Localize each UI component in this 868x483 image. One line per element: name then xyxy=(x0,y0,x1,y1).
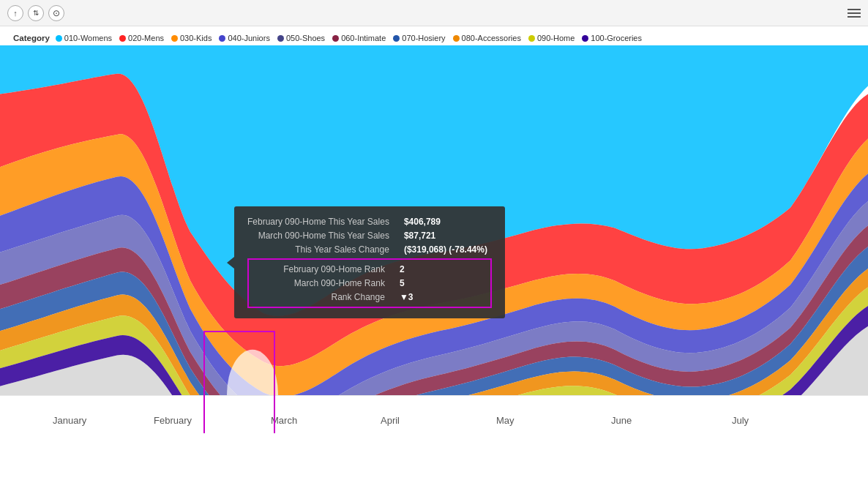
legend-item-1: 020-Mens xyxy=(119,34,164,42)
legend-item-label: 070-Hosiery xyxy=(402,34,445,42)
tooltip-row-2: March 090-Home This Year Sales $87,721 xyxy=(247,231,492,241)
tooltip-val-1: $406,789 xyxy=(404,217,492,227)
x-axis xyxy=(0,395,868,433)
swap-button[interactable]: ⇅ xyxy=(28,5,44,21)
legend-dot xyxy=(332,35,339,42)
legend-item-9: 100-Groceries xyxy=(582,34,642,42)
tooltip-row-4: February 090-Home Rank 2 xyxy=(252,264,487,274)
tooltip-val-3: ($319,068) (-78.44%) xyxy=(404,244,492,255)
tooltip-val-2: $87,721 xyxy=(404,231,492,241)
reset-button[interactable]: ⊙ xyxy=(48,5,64,21)
legend-dot xyxy=(453,35,460,42)
legend-item-3: 040-Juniors xyxy=(219,34,269,42)
legend-item-label: 100-Groceries xyxy=(591,34,642,42)
legend-item-label: 060-Intimate xyxy=(341,34,386,42)
tooltip-key-4: February 090-Home Rank xyxy=(252,264,385,274)
legend-dot xyxy=(219,35,225,42)
legend-item-6: 070-Hosiery xyxy=(393,34,445,42)
tooltip-key-2: March 090-Home This Year Sales xyxy=(247,231,389,241)
tooltip-val-4: 2 xyxy=(400,264,487,274)
legend-dot xyxy=(528,35,535,42)
tooltip-key-6: Rank Change xyxy=(252,292,385,302)
tooltip-row-3: This Year Sales Change ($319,068) (-78.4… xyxy=(247,244,492,255)
legend-item-label: 040-Juniors xyxy=(228,34,269,42)
x-label-may: May xyxy=(496,415,515,426)
legend-item-label: 050-Shoes xyxy=(286,34,325,42)
tooltip-row-1: February 090-Home This Year Sales $406,7… xyxy=(247,217,492,227)
legend-item-8: 090-Home xyxy=(528,34,575,42)
tooltip-key-1: February 090-Home This Year Sales xyxy=(247,217,389,227)
legend-item-label: 020-Mens xyxy=(128,34,164,42)
legend-dot xyxy=(393,35,400,42)
legend-item-5: 060-Intimate xyxy=(332,34,386,42)
toolbar-buttons: ↑ ⇅ ⊙ xyxy=(7,5,64,21)
tooltip-val-6: ▼3 xyxy=(400,292,487,302)
legend-dot xyxy=(56,35,62,42)
tooltip-arrow xyxy=(227,257,234,269)
tooltip-val-5: 5 xyxy=(400,278,487,288)
tooltip-key-3: This Year Sales Change xyxy=(247,244,389,255)
legend-dot xyxy=(582,35,588,42)
x-label-february: February xyxy=(154,415,192,426)
legend-label: Category xyxy=(13,34,50,42)
undo-button[interactable]: ↑ xyxy=(7,5,23,21)
tooltip-row-5: March 090-Home Rank 5 xyxy=(252,278,487,288)
legend-dot xyxy=(171,35,178,42)
x-label-july: July xyxy=(732,415,749,426)
tooltip-row-6: Rank Change ▼3 xyxy=(252,292,487,302)
legend-item-label: 090-Home xyxy=(537,34,575,42)
x-label-march: March xyxy=(271,415,297,426)
chart-area: February 090-Home This Year Sales $406,7… xyxy=(0,45,868,433)
legend-item-0: 010-Womens xyxy=(56,34,112,42)
legend-item-label: 080-Accessories xyxy=(462,34,521,42)
toolbar: ↑ ⇅ ⊙ xyxy=(0,0,868,26)
x-label-june: June xyxy=(611,415,632,426)
menu-button[interactable] xyxy=(848,9,861,18)
legend: Category010-Womens020-Mens030-Kids040-Ju… xyxy=(0,31,868,45)
legend-item-2: 030-Kids xyxy=(171,34,212,42)
legend-item-label: 030-Kids xyxy=(180,34,212,42)
x-label-april: April xyxy=(381,415,400,426)
legend-item-7: 080-Accessories xyxy=(453,34,521,42)
tooltip-key-5: March 090-Home Rank xyxy=(252,278,385,288)
legend-item-4: 050-Shoes xyxy=(277,34,325,42)
tooltip: February 090-Home This Year Sales $406,7… xyxy=(234,206,505,318)
legend-item-label: 010-Womens xyxy=(64,34,112,42)
tooltip-highlight-box: February 090-Home Rank 2 March 090-Home … xyxy=(247,258,492,308)
legend-dot xyxy=(119,35,126,42)
x-label-january: January xyxy=(53,415,86,426)
legend-dot xyxy=(277,35,284,42)
